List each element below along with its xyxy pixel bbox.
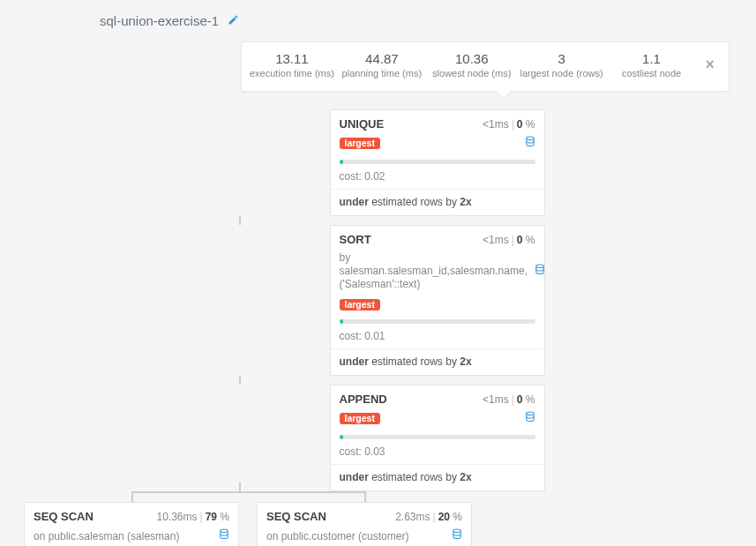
database-icon[interactable] [452, 528, 462, 543]
branch-connector [24, 491, 472, 502]
stat-value: 13.11 [247, 51, 337, 66]
stat-value: 1.1 [607, 51, 697, 66]
svg-point-0 [526, 137, 533, 140]
database-icon[interactable] [525, 411, 535, 426]
node-timing: <1ms|0 % [483, 234, 535, 246]
node-tag-largest: largest [340, 138, 380, 149]
node-tag-largest: largest [340, 413, 380, 424]
database-icon[interactable] [219, 528, 229, 543]
node-seqscan-salesman[interactable]: SEQ SCAN 10.36ms|79 % on public.salesman… [24, 502, 239, 546]
node-seqscan-customer[interactable]: SEQ SCAN 2.63ms|20 % on public.customer … [257, 502, 472, 546]
connector [239, 216, 241, 225]
node-timing: 10.36ms|79 % [156, 511, 229, 523]
node-name: SEQ SCAN [266, 510, 326, 523]
node-name: SORT [340, 233, 371, 246]
stat-value: 44.87 [337, 51, 427, 66]
stat-value: 3 [517, 51, 607, 66]
progress-bar [331, 316, 544, 326]
node-sort[interactable]: SORT <1ms|0 % by salesman.salesman_id,sa… [330, 225, 545, 376]
node-name: APPEND [340, 393, 387, 406]
title-text: sql-union-exercise-1 [100, 13, 219, 28]
connector [239, 376, 241, 385]
node-estimate: under estimated rows by 2x [331, 190, 544, 215]
node-timing: 2.63ms|20 % [395, 511, 462, 523]
database-icon[interactable] [525, 136, 535, 151]
node-timing: <1ms|0 % [483, 393, 535, 406]
svg-point-4 [453, 529, 460, 533]
node-timing: <1ms|0 % [483, 118, 535, 131]
progress-bar [331, 156, 544, 167]
svg-point-3 [221, 529, 228, 533]
stat-largest-node: 3 largest node (rows) [517, 51, 607, 79]
node-estimate: under estimated rows by 2x [331, 465, 544, 490]
node-cost: cost: 0.01 [331, 326, 544, 349]
plan-tree: UNIQUE <1ms|0 % largest cost: 0.02 under… [13, 109, 743, 546]
stat-planning-time: 44.87 planning time (ms) [337, 51, 427, 79]
svg-point-1 [536, 265, 543, 268]
node-cost: cost: 0.02 [331, 167, 544, 190]
node-tag-largest: largest [340, 299, 380, 310]
node-detail: on public.salesman (salesman) [34, 530, 179, 542]
stat-label: slowest node (ms) [427, 68, 517, 79]
edit-icon[interactable] [228, 14, 239, 28]
node-name: SEQ SCAN [34, 510, 94, 523]
database-icon[interactable] [535, 264, 545, 279]
node-unique[interactable]: UNIQUE <1ms|0 % largest cost: 0.02 under… [330, 109, 545, 216]
node-detail: on public.customer (customer) [266, 530, 408, 542]
progress-bar [331, 431, 544, 442]
node-append[interactable]: APPEND <1ms|0 % largest cost: 0.03 under… [330, 385, 545, 491]
svg-point-2 [526, 412, 533, 415]
stat-label: execution time (ms) [247, 68, 337, 79]
node-name: UNIQUE [340, 117, 385, 131]
stat-label: planning time (ms) [337, 68, 427, 79]
node-detail: by salesman.salesman_id,salesman.name,('… [340, 251, 535, 291]
stat-value: 10.36 [427, 51, 517, 66]
stats-bar: 13.11 execution time (ms) 44.87 planning… [241, 41, 730, 92]
close-icon[interactable]: × [696, 56, 723, 74]
node-cost: cost: 0.03 [331, 442, 544, 465]
stat-costliest-node: 1.1 costliest node [607, 51, 697, 79]
stat-slowest-node: 10.36 slowest node (ms) [427, 51, 517, 79]
stat-label: costliest node [607, 68, 697, 79]
page-title: sql-union-exercise-1 [100, 13, 743, 28]
stat-label: largest node (rows) [517, 68, 607, 79]
stat-execution-time: 13.11 execution time (ms) [247, 51, 337, 79]
node-estimate: under estimated rows by 2x [331, 349, 544, 375]
